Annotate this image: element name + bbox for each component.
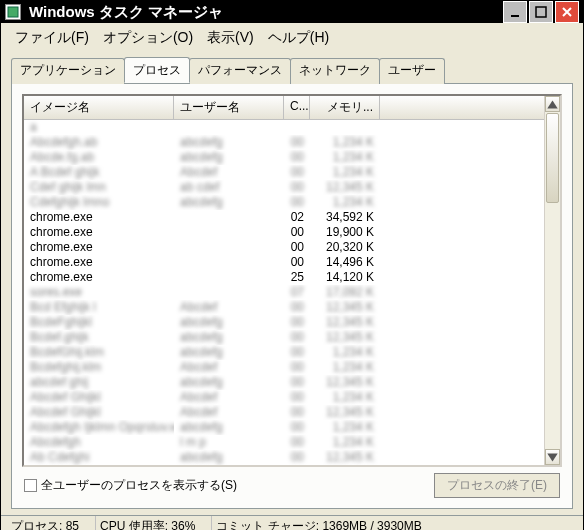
cell-user-name: abcdefg <box>174 195 284 210</box>
cell-memory: 1,234 K <box>310 165 380 180</box>
tab-processes[interactable]: プロセス <box>124 57 190 83</box>
table-row[interactable]: Abcdefghl m p001,234 K <box>24 435 560 450</box>
table-row[interactable]: a <box>24 120 560 135</box>
tab-panel-processes: イメージ名 ユーザー名 C... メモリ... aAbcdefgh.ababcd… <box>11 84 573 509</box>
menu-options[interactable]: オプション(O) <box>97 27 199 49</box>
cell-user-name: abcdefg <box>174 150 284 165</box>
table-row[interactable]: Abcdefgh.ababcdefg001,234 K <box>24 135 560 150</box>
titlebar-buttons <box>503 1 579 23</box>
cell-user-name: abcdefg <box>174 420 284 435</box>
cell-user-name: abcdefg <box>174 330 284 345</box>
table-row[interactable]: chrome.exe0014,496 K <box>24 255 560 270</box>
cell-memory: 34,592 K <box>310 210 380 225</box>
titlebar[interactable]: Windows タスク マネージャ <box>1 1 583 23</box>
table-row[interactable]: BcdeFghijklabcdefg0012,345 K <box>24 315 560 330</box>
cell-image-name: chrome.exe <box>24 255 174 270</box>
maximize-button[interactable] <box>529 1 553 23</box>
cell-user-name <box>174 255 284 270</box>
cell-memory: 12,345 K <box>310 180 380 195</box>
cell-cpu: 00 <box>284 315 310 330</box>
cell-memory: 1,234 K <box>310 360 380 375</box>
app-icon <box>5 4 21 20</box>
menu-view[interactable]: 表示(V) <box>201 27 260 49</box>
cell-cpu: 00 <box>284 195 310 210</box>
cell-user-name <box>174 240 284 255</box>
process-list[interactable]: イメージ名 ユーザー名 C... メモリ... aAbcdefgh.ababcd… <box>22 94 562 467</box>
checkbox-box[interactable] <box>24 479 37 492</box>
list-body[interactable]: aAbcdefgh.ababcdefg001,234 KAbcde.fg.aba… <box>24 120 560 465</box>
vertical-scrollbar[interactable] <box>544 96 560 465</box>
cell-user-name: abcdefg <box>174 450 284 465</box>
cell-user-name <box>174 120 284 135</box>
minimize-button[interactable] <box>503 1 527 23</box>
table-row[interactable]: BcdefGhij.klmabcdefg001,234 K <box>24 345 560 360</box>
cell-user-name: Abcdef <box>174 300 284 315</box>
table-row[interactable]: Bcdefghij.klmAbcdef001,234 K <box>24 360 560 375</box>
cell-cpu: 00 <box>284 150 310 165</box>
cell-image-name: A Bcdef ghijk <box>24 165 174 180</box>
tabs-container: アプリケーション プロセス パフォーマンス ネットワーク ユーザー <box>1 53 583 84</box>
panel-bottom-row: 全ユーザーのプロセスを表示する(S) プロセスの終了(E) <box>22 467 562 498</box>
cell-image-name: Abcdef Ghijkl <box>24 405 174 420</box>
table-row[interactable]: Abcdefgh Ijklmn Opqrstuv.w xabcdefg001,2… <box>24 420 560 435</box>
show-all-users-label: 全ユーザーのプロセスを表示する(S) <box>41 477 237 494</box>
status-commit-charge: コミット チャージ: 1369MB / 3930MB <box>212 516 577 530</box>
cell-memory: 1,234 K <box>310 435 380 450</box>
cell-memory: 1,234 K <box>310 420 380 435</box>
cell-image-name: Ab Cdefghi <box>24 450 174 465</box>
cell-user-name: abcdefg <box>174 135 284 150</box>
table-row[interactable]: Cdefghijk lmnoabcdefg001,234 K <box>24 195 560 210</box>
table-row[interactable]: chrome.exe0020,320 K <box>24 240 560 255</box>
tab-users[interactable]: ユーザー <box>379 58 445 84</box>
cell-cpu: 00 <box>284 390 310 405</box>
table-row[interactable]: Bcdef.ghijkabcdefg0012,345 K <box>24 330 560 345</box>
table-row[interactable]: Cdef ghijk lmnab cdef0012,345 K <box>24 180 560 195</box>
show-all-users-checkbox[interactable]: 全ユーザーのプロセスを表示する(S) <box>24 477 237 494</box>
cell-cpu <box>284 120 310 135</box>
svg-rect-1 <box>511 15 519 17</box>
cell-memory: 1,234 K <box>310 150 380 165</box>
tab-performance[interactable]: パフォーマンス <box>189 58 291 84</box>
cell-image-name: chrome.exe <box>24 225 174 240</box>
end-process-button[interactable]: プロセスの終了(E) <box>434 473 560 498</box>
table-row[interactable]: chrome.exe0234,592 K <box>24 210 560 225</box>
cell-cpu: 02 <box>284 210 310 225</box>
cell-user-name: l m p <box>174 435 284 450</box>
scroll-up-button[interactable] <box>545 96 560 112</box>
cell-cpu: 00 <box>284 180 310 195</box>
tab-networking[interactable]: ネットワーク <box>290 58 380 84</box>
cell-cpu: 07 <box>284 285 310 300</box>
close-button[interactable] <box>555 1 579 23</box>
cell-user-name: abcdefg <box>174 345 284 360</box>
cell-memory: 17,092 K <box>310 285 380 300</box>
column-image-name[interactable]: イメージ名 <box>24 96 174 119</box>
cell-cpu: 00 <box>284 450 310 465</box>
cell-user-name: Abcdef <box>174 405 284 420</box>
menu-help[interactable]: ヘルプ(H) <box>262 27 335 49</box>
cell-cpu: 00 <box>284 165 310 180</box>
table-row[interactable]: chrome.exe2514,120 K <box>24 270 560 285</box>
scroll-thumb[interactable] <box>546 113 559 203</box>
table-row[interactable]: chrome.exe0019,900 K <box>24 225 560 240</box>
column-memory[interactable]: メモリ... <box>310 96 380 119</box>
tab-applications[interactable]: アプリケーション <box>11 58 125 84</box>
cell-memory: 14,496 K <box>310 255 380 270</box>
column-user-name[interactable]: ユーザー名 <box>174 96 284 119</box>
scroll-down-button[interactable] <box>545 449 560 465</box>
table-row[interactable]: A Bcdef ghijkAbcdef001,234 K <box>24 165 560 180</box>
table-row[interactable]: Abcdef GhijklAbcdef001,234 K <box>24 390 560 405</box>
cell-image-name: Abcdef Ghijkl <box>24 390 174 405</box>
table-row[interactable]: Bcd Efghijk lAbcdef0012,345 K <box>24 300 560 315</box>
table-row[interactable]: sores.exe0717,092 K <box>24 285 560 300</box>
table-row[interactable]: abcdef ghijabcdefg0012,345 K <box>24 375 560 390</box>
menu-file[interactable]: ファイル(F) <box>9 27 95 49</box>
cell-cpu: 00 <box>284 375 310 390</box>
table-row[interactable]: Abcdef GhijklAbcdef0012,345 K <box>24 405 560 420</box>
status-cpu-usage: CPU 使用率: 36% <box>96 516 212 530</box>
table-row[interactable]: Abcde.fg.ababcdefg001,234 K <box>24 150 560 165</box>
status-processes: プロセス: 85 <box>7 516 96 530</box>
column-spacer <box>380 96 560 119</box>
table-row[interactable]: Ab Cdefghiabcdefg0012,345 K <box>24 450 560 465</box>
svg-rect-2 <box>536 7 546 17</box>
column-cpu[interactable]: C... <box>284 96 310 119</box>
